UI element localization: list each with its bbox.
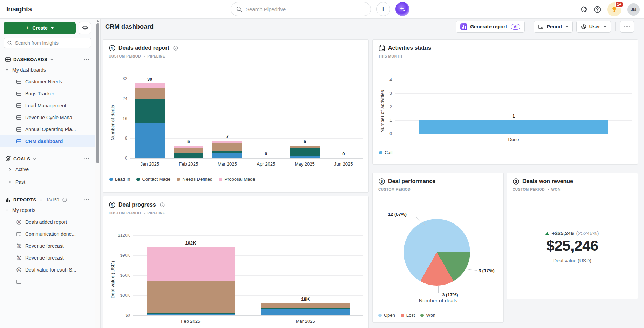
global-search[interactable] bbox=[231, 2, 371, 16]
bar-segment-lead-in[interactable] bbox=[212, 153, 242, 158]
topbar-center: + bbox=[231, 2, 409, 16]
bar-stack[interactable] bbox=[290, 146, 320, 158]
report-item-revenue-forecast-1[interactable]: $ Revenue forecast bbox=[0, 240, 95, 252]
avatar[interactable]: JB bbox=[627, 3, 640, 16]
bar-stack[interactable] bbox=[261, 303, 350, 315]
reports-menu-button[interactable] bbox=[83, 198, 90, 202]
kpi-label: Deal value (USD) bbox=[553, 258, 591, 263]
ai-assistant-button[interactable] bbox=[395, 2, 409, 16]
legend-item[interactable]: Needs Defined bbox=[177, 176, 212, 182]
bar-segment-needs-defined[interactable] bbox=[212, 143, 242, 150]
goals-past-toggle[interactable]: Past bbox=[0, 176, 95, 188]
my-reports-toggle[interactable]: My reports bbox=[4, 204, 91, 216]
bar-segment-lead-in[interactable] bbox=[261, 309, 350, 315]
x-tick-label: Feb 2025 bbox=[169, 161, 208, 167]
bar-stack[interactable] bbox=[147, 247, 235, 315]
bar-segment-needs-defined[interactable] bbox=[135, 88, 165, 98]
bar-stack[interactable] bbox=[212, 141, 242, 158]
bar-segment-needs-defined[interactable] bbox=[261, 303, 350, 308]
filter-tag: PIPELINE bbox=[148, 54, 165, 58]
chevron-down-icon bbox=[33, 157, 37, 161]
bar-stack[interactable] bbox=[135, 83, 165, 158]
insights-search[interactable] bbox=[4, 38, 91, 48]
create-button-label: Create bbox=[32, 25, 48, 31]
sidebar-item-annual-operating-plan[interactable]: Annual Operating Pla... bbox=[0, 123, 95, 135]
info-icon[interactable] bbox=[173, 45, 178, 51]
quick-add-button[interactable]: + bbox=[376, 2, 390, 16]
legend-dot bbox=[401, 314, 404, 317]
bar-segment-contact-made[interactable] bbox=[290, 148, 320, 156]
sidebar-scrollbar[interactable] bbox=[95, 19, 101, 328]
bar-segment-lead-in[interactable] bbox=[147, 314, 235, 315]
generate-report-button[interactable]: Generate report AI bbox=[456, 21, 525, 33]
insights-search-input[interactable] bbox=[15, 40, 88, 46]
scrollbar-up-arrow[interactable] bbox=[97, 20, 99, 22]
bar-stack[interactable] bbox=[419, 120, 608, 134]
legend-label: Needs Defined bbox=[182, 176, 212, 182]
bar-segment-needs-defined[interactable] bbox=[174, 148, 203, 153]
chevron-down-icon bbox=[5, 208, 9, 212]
reports-section-header[interactable]: REPORTS 18/150 bbox=[5, 197, 90, 203]
global-search-input[interactable] bbox=[246, 6, 366, 12]
legend-item[interactable]: Won bbox=[420, 313, 435, 318]
info-icon[interactable] bbox=[160, 202, 165, 208]
y-tick-label: 0 bbox=[389, 131, 392, 136]
dollar-refresh-icon: $ bbox=[16, 255, 22, 261]
marketplace-apps-button[interactable] bbox=[580, 6, 588, 13]
bar-segment-proposal-made[interactable] bbox=[135, 83, 165, 88]
deal-performance-chart: 12 (67%) 3 (17%) 3 (17%) Number of deals… bbox=[373, 173, 503, 322]
legend-item[interactable]: Contact Made bbox=[136, 176, 170, 182]
period-filter-button[interactable]: Period bbox=[534, 21, 573, 33]
bar-segment-needs-defined[interactable] bbox=[147, 281, 235, 313]
scrollbar-thumb[interactable] bbox=[96, 23, 99, 163]
goals-active-toggle[interactable]: Active bbox=[0, 163, 95, 176]
dashboard-more-button[interactable] bbox=[620, 21, 634, 33]
bar-segment-lead-in[interactable] bbox=[135, 123, 165, 158]
create-button[interactable]: + Create bbox=[4, 22, 76, 34]
dashboards-menu-button[interactable] bbox=[83, 58, 90, 61]
sidebar-item-bugs-tracker[interactable]: Bugs Tracker bbox=[0, 88, 95, 100]
user-filter-button[interactable]: User bbox=[576, 21, 611, 33]
bar-segment-contact-made[interactable] bbox=[135, 99, 165, 123]
bar-segment-contact-made[interactable] bbox=[174, 153, 203, 158]
y-tick-label: $90K bbox=[120, 253, 130, 258]
help-button[interactable] bbox=[594, 6, 601, 13]
legend-item[interactable]: Lead In bbox=[109, 176, 130, 182]
sidebar-item-revenue-cycle-management[interactable]: Revenue Cycle Mana... bbox=[0, 112, 95, 123]
card-activities-status: Activities status THIS MONTH Number of a… bbox=[372, 39, 638, 165]
sidebar: + Create DASHBOARDS My dashboards Custom… bbox=[0, 19, 95, 328]
report-item-cut-off[interactable] bbox=[0, 276, 95, 288]
filter-tag: PIPELINE bbox=[148, 211, 165, 215]
info-icon[interactable] bbox=[62, 197, 67, 202]
bar-stack[interactable] bbox=[174, 146, 203, 158]
sidebar-item-crm-dashboard[interactable]: CRM dashboard bbox=[0, 135, 95, 147]
deal-performance-pie[interactable] bbox=[404, 219, 470, 286]
report-item-deal-value-for-each[interactable]: $ Deal value for each S... bbox=[0, 264, 95, 276]
goals-menu-button[interactable] bbox=[83, 157, 90, 161]
legend-item[interactable]: Call bbox=[379, 150, 392, 155]
sidebar-item-lead-management[interactable]: Lead Management bbox=[0, 100, 95, 112]
goals-section-header[interactable]: GOALS bbox=[5, 156, 90, 162]
report-item-communication-done[interactable]: Communication done... bbox=[0, 228, 95, 240]
dashboards-section-header[interactable]: DASHBOARDS bbox=[5, 56, 90, 62]
bar-segment-proposal-made[interactable] bbox=[147, 247, 235, 281]
legend-item[interactable]: Lost bbox=[401, 313, 415, 318]
report-item-deals-added-report[interactable]: $ Deals added report bbox=[0, 216, 95, 228]
bar-segment-contact-made[interactable] bbox=[212, 151, 242, 153]
main-content: CRM dashboard Generate report AI Period … bbox=[101, 19, 644, 328]
bar-segment-proposal-made[interactable] bbox=[174, 146, 203, 148]
puzzle-icon bbox=[580, 6, 588, 13]
learning-center-button[interactable] bbox=[79, 22, 91, 34]
graduation-cap-icon bbox=[82, 25, 88, 32]
legend-item[interactable]: Open bbox=[378, 313, 395, 318]
report-item-revenue-forecast-2[interactable]: $ Revenue forecast bbox=[0, 252, 95, 264]
sidebar-item-customer-needs[interactable]: Customer Needs bbox=[0, 76, 95, 88]
bar-segment-proposal-made[interactable] bbox=[212, 141, 242, 143]
pie-callout-open: 12 (67%) bbox=[388, 212, 407, 217]
bar-segment-lead-in[interactable] bbox=[290, 156, 320, 158]
bar-segment-needs-defined[interactable] bbox=[290, 146, 320, 148]
my-dashboards-toggle[interactable]: My dashboards bbox=[4, 64, 91, 76]
bar-segment-call[interactable] bbox=[419, 120, 608, 134]
whats-new-button[interactable]: 1+ bbox=[607, 2, 621, 16]
legend-item[interactable]: Proposal Made bbox=[219, 176, 255, 182]
